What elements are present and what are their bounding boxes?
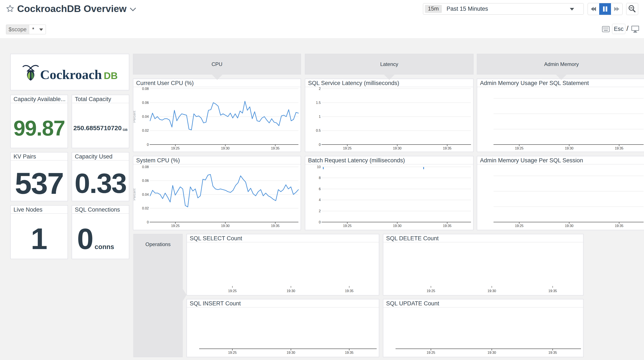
svg-text:19:30: 19:30 xyxy=(287,351,295,355)
svg-text:19:30: 19:30 xyxy=(488,351,496,355)
svg-text:19:35: 19:35 xyxy=(548,351,557,355)
svg-text:19:35: 19:35 xyxy=(548,289,557,293)
svg-text:19:35: 19:35 xyxy=(443,224,452,228)
svg-text:19:35: 19:35 xyxy=(271,146,280,150)
svg-text:19:35: 19:35 xyxy=(271,224,280,228)
svg-text:6: 6 xyxy=(319,187,321,191)
svg-text:19:30: 19:30 xyxy=(393,224,402,228)
svg-text:Percent: Percent xyxy=(133,111,136,123)
svg-text:1: 1 xyxy=(319,115,321,118)
svg-text:0: 0 xyxy=(147,220,149,224)
svg-text:19:25: 19:25 xyxy=(426,289,435,293)
svg-text:19:30: 19:30 xyxy=(221,224,230,228)
svg-text:19:30: 19:30 xyxy=(393,146,402,150)
svg-text:0.02: 0.02 xyxy=(142,129,149,132)
svg-text:19:25: 19:25 xyxy=(343,146,352,150)
svg-text:0.04: 0.04 xyxy=(142,193,149,196)
svg-text:19:35: 19:35 xyxy=(345,289,354,293)
svg-text:19:25: 19:25 xyxy=(426,351,435,355)
svg-text:0.08: 0.08 xyxy=(142,87,149,91)
svg-text:19:25: 19:25 xyxy=(171,224,180,228)
svg-text:0.06: 0.06 xyxy=(142,101,149,104)
svg-text:19:30: 19:30 xyxy=(565,224,574,228)
svg-text:19:30: 19:30 xyxy=(221,146,230,150)
svg-text:8: 8 xyxy=(319,176,321,180)
svg-text:19:35: 19:35 xyxy=(615,224,624,228)
svg-text:10: 10 xyxy=(317,165,321,169)
svg-text:4: 4 xyxy=(319,198,321,202)
svg-text:Percent: Percent xyxy=(133,188,136,200)
svg-text:0.06: 0.06 xyxy=(142,179,149,182)
svg-text:DB: DB xyxy=(104,70,118,81)
svg-text:19:25: 19:25 xyxy=(343,224,352,228)
svg-text:0.5: 0.5 xyxy=(316,129,321,132)
svg-text:19:30: 19:30 xyxy=(287,289,295,293)
svg-text:0: 0 xyxy=(319,143,321,146)
svg-text:19:35: 19:35 xyxy=(615,146,624,150)
svg-text:19:25: 19:25 xyxy=(171,146,180,150)
svg-text:19:35: 19:35 xyxy=(345,351,354,355)
svg-text:0: 0 xyxy=(147,143,149,146)
svg-text:19:25: 19:25 xyxy=(515,224,524,228)
svg-text:Cockroach: Cockroach xyxy=(40,67,102,82)
svg-text:2: 2 xyxy=(319,87,321,91)
svg-text:0.04: 0.04 xyxy=(142,115,149,118)
svg-text:19:25: 19:25 xyxy=(228,351,237,355)
svg-text:2: 2 xyxy=(319,209,321,213)
svg-text:19:35: 19:35 xyxy=(443,146,452,150)
svg-text:19:30: 19:30 xyxy=(565,146,574,150)
svg-text:19:25: 19:25 xyxy=(228,289,237,293)
svg-text:0: 0 xyxy=(319,220,321,224)
svg-text:0.08: 0.08 xyxy=(142,165,149,169)
svg-text:1.5: 1.5 xyxy=(316,101,321,104)
svg-text:0.02: 0.02 xyxy=(142,206,149,210)
svg-text:19:30: 19:30 xyxy=(488,289,496,293)
svg-text:19:25: 19:25 xyxy=(515,146,524,150)
